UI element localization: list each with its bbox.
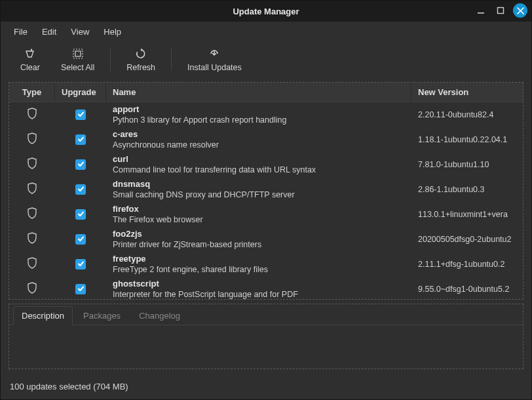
upgrade-cell	[55, 159, 106, 170]
install-icon	[208, 47, 220, 60]
upgrade-checkbox[interactable]	[75, 159, 86, 170]
column-headers: Type Upgrade Name New Version	[9, 83, 523, 102]
package-name: apport	[113, 104, 139, 115]
package-description: Printer driver for ZjStream-based printe…	[113, 239, 261, 250]
window: Update Manager File Edit View Help Clear	[0, 0, 532, 400]
maximize-button[interactable]	[493, 3, 508, 18]
package-name: dnsmasq	[113, 179, 150, 190]
version-cell: 7.81.0-1ubuntu1.10	[411, 160, 523, 169]
upgrade-checkbox[interactable]	[75, 110, 86, 120]
type-cell	[9, 108, 55, 121]
upgrade-cell	[55, 134, 106, 145]
titlebar: Update Manager	[1, 1, 531, 22]
type-cell	[9, 282, 55, 296]
menu-help[interactable]: Help	[97, 24, 128, 40]
upgrade-checkbox[interactable]	[75, 259, 86, 270]
tab-packages[interactable]: Packages	[75, 307, 128, 325]
refresh-button[interactable]: Refresh	[116, 45, 166, 75]
table-row[interactable]: firefoxThe Firefox web browser113.0.1+li…	[9, 202, 523, 227]
maximize-icon	[497, 7, 504, 14]
package-version: 2.86-1.1ubuntu0.3	[418, 185, 484, 194]
version-cell: 20200505dfsg0-2ubuntu2	[411, 235, 523, 244]
upgrade-checkbox[interactable]	[75, 284, 86, 294]
name-cell: firefoxThe Firefox web browser	[106, 203, 411, 226]
type-cell	[9, 207, 55, 221]
package-description: Command line tool for transferring data …	[113, 165, 316, 175]
minimize-icon	[477, 7, 485, 14]
package-rows[interactable]: apportPython 3 library for Apport crash …	[9, 102, 523, 299]
menu-file[interactable]: File	[7, 24, 34, 40]
package-description: Interpreter for the PostScript language …	[113, 289, 298, 299]
upgrade-cell	[55, 259, 106, 270]
menu-edit[interactable]: Edit	[35, 24, 63, 40]
column-header-name[interactable]: Name	[106, 83, 411, 102]
version-cell: 2.86-1.1ubuntu0.3	[411, 185, 523, 194]
version-cell: 113.0.1+linuxmint1+vera	[411, 210, 523, 219]
upgrade-cell	[55, 284, 106, 294]
install-updates-button[interactable]: Install Updates	[177, 45, 252, 75]
package-name: foo2zjs	[113, 229, 142, 239]
package-version: 7.81.0-1ubuntu1.10	[418, 160, 489, 169]
details-tabs: Description Packages Changelog	[9, 304, 523, 325]
version-cell: 2.20.11-0ubuntu82.4	[411, 110, 523, 119]
toolbar-separator	[110, 49, 111, 71]
name-cell: c-aresAsynchronous name resolver	[106, 128, 411, 151]
column-header-type[interactable]: Type	[9, 83, 55, 102]
package-description: Small caching DNS proxy and DHCP/TFTP se…	[113, 190, 295, 200]
select-all-icon	[72, 47, 84, 60]
table-row[interactable]: apportPython 3 library for Apport crash …	[9, 102, 523, 127]
name-cell: freetypeFreeType 2 font engine, shared l…	[106, 252, 411, 276]
refresh-label: Refresh	[126, 63, 155, 72]
type-cell	[9, 232, 55, 246]
clear-button[interactable]: Clear	[10, 45, 50, 75]
status-bar: 100 updates selected (704 MB)	[1, 375, 531, 399]
type-cell	[9, 257, 55, 271]
table-row[interactable]: foo2zjsPrinter driver for ZjStream-based…	[9, 227, 523, 252]
clear-label: Clear	[20, 63, 40, 72]
select-all-label: Select All	[61, 63, 94, 72]
upgrade-checkbox[interactable]	[75, 184, 86, 195]
shield-icon	[27, 282, 37, 296]
shield-icon	[27, 182, 37, 196]
version-cell: 1.18.1-1ubuntu0.22.04.1	[411, 135, 523, 144]
table-row[interactable]: ghostscriptInterpreter for the PostScrip…	[9, 277, 523, 299]
clear-icon	[24, 47, 36, 60]
install-label: Install Updates	[187, 63, 242, 72]
version-cell: 2.11.1+dfsg-1ubuntu0.2	[411, 260, 523, 269]
tab-changelog[interactable]: Changelog	[131, 307, 188, 325]
upgrade-checkbox[interactable]	[75, 209, 86, 220]
shield-icon	[27, 207, 37, 221]
menu-view[interactable]: View	[64, 24, 96, 40]
package-description: Asynchronous name resolver	[113, 140, 219, 150]
minimize-button[interactable]	[474, 3, 488, 18]
name-cell: curlCommand line tool for transferring d…	[106, 153, 411, 176]
name-cell: dnsmasqSmall caching DNS proxy and DHCP/…	[106, 178, 411, 201]
version-cell: 9.55.0~dfsg1-0ubuntu5.2	[411, 285, 523, 294]
details-panel: Description Packages Changelog	[9, 304, 523, 369]
column-header-upgrade[interactable]: Upgrade	[55, 83, 106, 102]
type-cell	[9, 132, 55, 146]
table-row[interactable]: c-aresAsynchronous name resolver1.18.1-1…	[9, 127, 523, 152]
package-version: 1.18.1-1ubuntu0.22.04.1	[418, 135, 507, 144]
upgrade-checkbox[interactable]	[75, 134, 86, 145]
upgrade-cell	[55, 234, 106, 245]
package-version: 113.0.1+linuxmint1+vera	[418, 210, 508, 219]
upgrade-checkbox[interactable]	[75, 234, 86, 245]
package-list: Type Upgrade Name New Version apportPyth…	[9, 82, 523, 300]
table-row[interactable]: freetypeFreeType 2 font engine, shared l…	[9, 252, 523, 277]
close-button[interactable]	[513, 3, 527, 18]
package-name: freetype	[113, 254, 146, 264]
package-version: 2.20.11-0ubuntu82.4	[418, 110, 493, 119]
status-text: 100 updates selected (704 MB)	[10, 382, 128, 391]
column-header-version[interactable]: New Version	[411, 83, 523, 102]
select-all-button[interactable]: Select All	[50, 45, 105, 75]
package-name: ghostscript	[113, 279, 159, 289]
shield-icon	[27, 232, 37, 246]
table-row[interactable]: curlCommand line tool for transferring d…	[9, 152, 523, 177]
package-version: 9.55.0~dfsg1-0ubuntu5.2	[418, 285, 509, 294]
tab-description[interactable]: Description	[13, 306, 73, 325]
shield-icon	[27, 132, 37, 146]
refresh-icon	[135, 47, 147, 60]
table-row[interactable]: dnsmasqSmall caching DNS proxy and DHCP/…	[9, 177, 523, 202]
package-name: c-ares	[113, 129, 138, 140]
